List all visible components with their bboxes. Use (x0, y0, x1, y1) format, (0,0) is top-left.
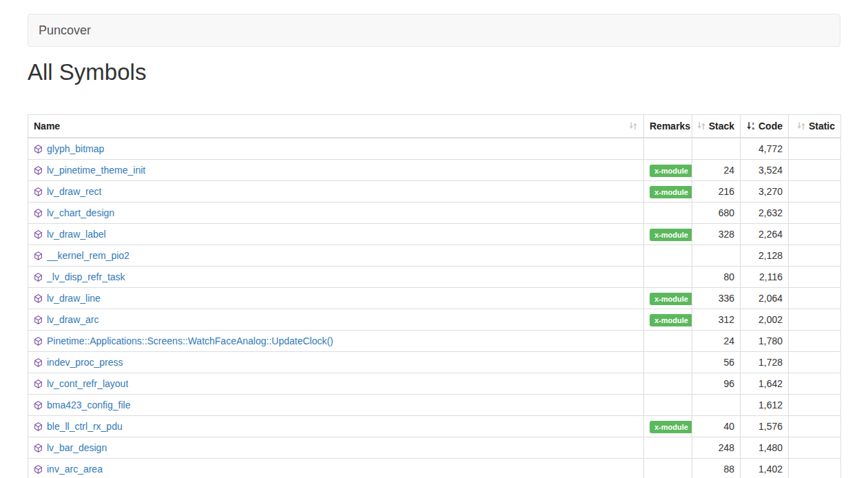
column-header-stack[interactable]: Stack (692, 115, 741, 138)
remarks-cell (644, 331, 692, 352)
code-cell: 2,064 (741, 288, 789, 309)
cube-icon (34, 145, 43, 154)
stack-cell (692, 245, 741, 267)
static-cell (789, 224, 841, 245)
cube-icon (34, 294, 43, 303)
symbol-link[interactable]: lv_draw_rect (47, 185, 101, 198)
stack-cell: 216 (692, 181, 741, 202)
table-row: lv_draw_labelx-module3282,264 (28, 224, 841, 245)
table-row: __kernel_rem_pio22,128 (28, 245, 841, 267)
column-header-name[interactable]: Name (28, 115, 644, 138)
name-cell: bma423_config_file (28, 395, 644, 416)
column-label: Code (758, 119, 783, 133)
cube-icon (34, 251, 43, 260)
symbol-link[interactable]: bma423_config_file (47, 398, 130, 412)
table-row: _lv_disp_refr_task802,116 (28, 267, 841, 288)
remarks-cell (644, 459, 692, 478)
sort-up-down-icon[interactable] (696, 121, 706, 131)
static-cell (789, 181, 841, 202)
symbol-link[interactable]: Pinetime::Applications::Screens::WatchFa… (47, 334, 333, 348)
symbol-link[interactable]: lv_draw_label (47, 227, 106, 241)
code-cell: 2,002 (741, 309, 789, 331)
remarks-cell (644, 245, 692, 267)
sort-desc-alpha-icon[interactable]: za (746, 121, 756, 131)
x-module-badge: x-module (650, 229, 692, 241)
static-cell (789, 395, 841, 416)
static-cell (789, 202, 841, 224)
page-title: All Symbols (28, 60, 840, 85)
cube-icon (34, 444, 43, 453)
symbol-link[interactable]: lv_pinetime_theme_init (47, 163, 145, 177)
cube-icon (34, 401, 43, 410)
static-cell (789, 459, 841, 478)
cube-icon (34, 337, 43, 346)
code-cell: 1,576 (741, 416, 789, 437)
cube-icon (34, 465, 43, 474)
code-cell: 3,270 (741, 181, 789, 202)
symbol-link[interactable]: lv_chart_design (47, 206, 114, 220)
stack-cell: 40 (692, 416, 741, 437)
remarks-cell: x-module (644, 288, 692, 309)
code-cell: 3,524 (741, 160, 789, 181)
column-label: Static (809, 119, 835, 133)
symbol-link[interactable]: ble_ll_ctrl_rx_pdu (47, 419, 123, 433)
stack-cell: 56 (692, 352, 741, 373)
table-row: bma423_config_file1,612 (28, 395, 841, 416)
name-cell: Pinetime::Applications::Screens::WatchFa… (28, 331, 644, 352)
remarks-cell: x-module (644, 416, 692, 437)
static-cell (789, 309, 841, 331)
x-module-badge: x-module (650, 421, 692, 433)
code-cell: 4,772 (741, 138, 789, 160)
name-cell: inv_arc_area (28, 459, 644, 478)
table-row: Pinetime::Applications::Screens::WatchFa… (28, 331, 841, 352)
static-cell (789, 352, 841, 373)
column-header-static[interactable]: Static (789, 115, 841, 138)
symbol-link[interactable]: lv_draw_line (47, 291, 101, 305)
symbol-link[interactable]: lv_cont_refr_layout (47, 377, 128, 391)
table-row: lv_draw_rectx-module2163,270 (28, 181, 841, 202)
navbar-brand-link[interactable]: Puncover (39, 23, 91, 38)
remarks-cell (644, 373, 692, 395)
stack-cell: 80 (692, 267, 741, 288)
remarks-cell (644, 395, 692, 416)
symbol-link[interactable]: lv_draw_arc (47, 313, 99, 326)
x-module-badge: x-module (650, 293, 692, 305)
static-cell (789, 437, 841, 459)
code-cell: 1,612 (741, 395, 789, 416)
code-cell: 2,264 (741, 224, 789, 245)
cube-icon (34, 166, 43, 175)
symbol-link[interactable]: inv_arc_area (47, 462, 103, 476)
static-cell (789, 288, 841, 309)
x-module-badge: x-module (650, 165, 692, 177)
code-cell: 2,128 (741, 245, 789, 267)
stack-cell: 96 (692, 373, 741, 395)
symbol-link[interactable]: _lv_disp_refr_task (47, 270, 125, 284)
svg-text:z: z (752, 121, 754, 125)
cube-icon (34, 209, 43, 218)
column-label: Remarks (650, 121, 690, 132)
stack-cell: 88 (692, 459, 741, 478)
cube-icon (34, 273, 43, 282)
code-cell: 1,728 (741, 352, 789, 373)
cube-icon (34, 380, 43, 388)
remarks-cell: x-module (644, 160, 692, 181)
x-module-badge: x-module (650, 314, 692, 326)
symbol-link[interactable]: indev_proc_press (47, 355, 123, 369)
symbol-link[interactable]: lv_bar_design (47, 441, 107, 455)
symbol-link[interactable]: glyph_bitmap (47, 142, 104, 156)
code-cell: 1,642 (741, 373, 789, 395)
stack-cell: 312 (692, 309, 741, 331)
remarks-cell (644, 437, 692, 459)
sort-up-down-icon[interactable] (796, 121, 806, 131)
code-cell: 1,402 (741, 459, 789, 478)
remarks-cell (644, 352, 692, 373)
name-cell: indev_proc_press (28, 352, 644, 373)
column-header-code[interactable]: zaCode (741, 115, 789, 138)
column-label: Stack (709, 119, 734, 133)
stack-cell: 24 (692, 331, 741, 352)
symbol-link[interactable]: __kernel_rem_pio2 (47, 249, 130, 262)
sort-up-down-icon[interactable] (628, 121, 638, 131)
name-cell: lv_draw_label (28, 224, 644, 245)
code-cell: 1,780 (741, 331, 789, 352)
stack-cell: 680 (692, 202, 741, 224)
